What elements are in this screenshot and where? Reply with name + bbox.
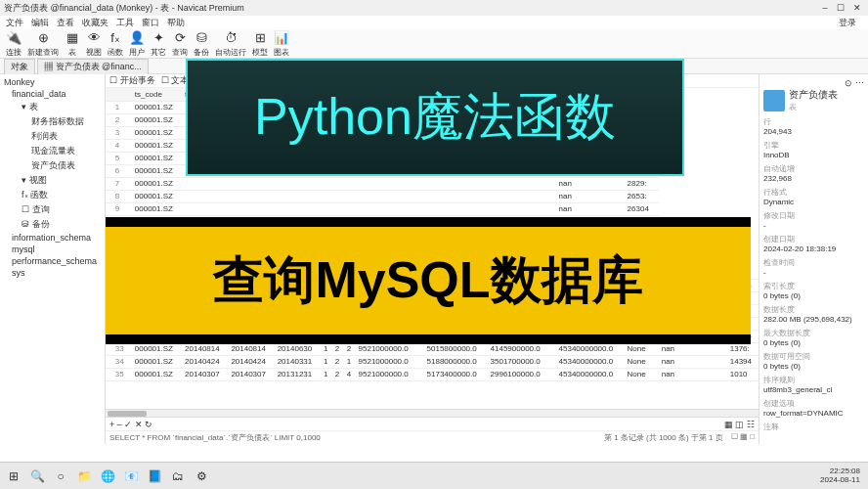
info-label: 最大数据长度 xyxy=(763,328,864,338)
table-row[interactable]: 35000001.SZ20140307201403072013123112495… xyxy=(106,368,759,380)
col-header[interactable] xyxy=(106,88,112,101)
taskbar-app[interactable]: 🌐 xyxy=(98,467,117,486)
min-button[interactable]: – xyxy=(818,3,832,13)
tool-视图[interactable]: 👁视图 xyxy=(86,30,102,58)
info-title: 资产负债表 xyxy=(789,88,838,102)
info-value: row_format=DYNAMIC xyxy=(763,409,864,418)
info-value: utf8mb3_general_ci xyxy=(763,385,864,394)
info-value: 204,943 xyxy=(763,127,864,136)
col-header[interactable]: ts_code xyxy=(132,88,182,101)
info-value: 232,968 xyxy=(763,174,864,183)
tree-item[interactable]: ▾ 表 xyxy=(2,100,103,114)
taskbar-app[interactable]: ⊞ xyxy=(4,467,23,486)
grid-icons[interactable]: ☐ ▦ □ xyxy=(731,432,755,443)
clock-date: 2024-08-11 xyxy=(820,476,860,485)
menu-查看[interactable]: 查看 xyxy=(57,17,74,29)
tool-其它[interactable]: ✦其它 xyxy=(151,30,166,58)
tree-item[interactable]: Monkey xyxy=(2,76,103,88)
info-value: Dynamic xyxy=(763,198,864,206)
tree-item[interactable]: performance_schema xyxy=(2,255,103,267)
overlay-mysql: 查询MySQL数据库 xyxy=(106,217,751,344)
info-value: 0 bytes (0) xyxy=(763,362,864,371)
info-label: 排序规则 xyxy=(763,375,864,385)
taskbar-app[interactable]: ○ xyxy=(51,467,70,486)
info-label: 修改日期 xyxy=(763,210,864,221)
tool-函数[interactable]: fₓ函数 xyxy=(108,30,123,58)
sql-text: SELECT * FROM `financial_data`.`资产负债表` L… xyxy=(109,432,321,443)
tree-item[interactable]: 资产负债表 xyxy=(2,158,103,173)
taskbar-app[interactable]: 🗂 xyxy=(168,467,188,486)
taskbar-app[interactable]: 📘 xyxy=(145,467,164,486)
info-panel: ⊙ ⋯ 资产负债表 表 行204,943引擎InnoDB自动递增232,968行… xyxy=(759,74,868,444)
tab[interactable]: ▦ 资产负债表 @financ... xyxy=(37,59,149,74)
tool-模型[interactable]: ⊞模型 xyxy=(252,30,268,58)
menu-收藏夹[interactable]: 收藏夹 xyxy=(82,17,108,29)
tree-item[interactable]: ▾ 视图 xyxy=(2,173,103,188)
tab[interactable]: 对象 xyxy=(4,59,35,74)
menu-帮助[interactable]: 帮助 xyxy=(167,17,185,29)
menu-工具[interactable]: 工具 xyxy=(116,17,134,29)
info-value: 0 bytes (0) xyxy=(763,338,864,347)
tool-查询[interactable]: ⟳查询 xyxy=(172,30,188,58)
tree-item[interactable]: 现金流量表 xyxy=(2,144,103,158)
info-label: 创建日期 xyxy=(763,234,864,244)
taskbar-app[interactable]: 🔍 xyxy=(27,467,47,486)
tree-item[interactable]: financial_data xyxy=(2,88,103,100)
tree-item[interactable]: fₓ 函数 xyxy=(2,188,103,202)
info-label: 行格式 xyxy=(763,187,864,198)
grid-view-toggle[interactable]: ▦ ◫ ☷ xyxy=(724,420,755,429)
taskbar-app[interactable]: 📧 xyxy=(121,467,141,486)
info-label: 引擎 xyxy=(763,140,864,151)
info-label: 注释 xyxy=(763,422,864,432)
tree-item[interactable]: 利润表 xyxy=(2,129,103,144)
table-icon xyxy=(763,90,785,111)
info-value: InnoDB xyxy=(763,151,864,159)
info-label: 创建选项 xyxy=(763,398,864,409)
tree-item[interactable]: ☐ 查询 xyxy=(2,202,103,217)
windows-taskbar[interactable]: ⊞🔍○📁🌐📧📘🗂⚙ 22:25:08 2024-08-11 xyxy=(0,462,868,489)
info-value: - xyxy=(763,221,864,230)
info-label: 行 xyxy=(763,116,864,127)
tool-自动运行[interactable]: ⏱自动运行 xyxy=(215,30,246,58)
info-label: 自动递增 xyxy=(763,163,864,174)
tool-图表[interactable]: 📊图表 xyxy=(274,30,289,58)
info-value: 0 bytes (0) xyxy=(763,291,864,300)
taskbar-app[interactable]: ⚙ xyxy=(192,467,211,486)
menu-编辑[interactable]: 编辑 xyxy=(31,17,49,29)
table-row[interactable]: 9000001.SZnan26304 xyxy=(106,202,759,215)
menu-窗口[interactable]: 窗口 xyxy=(142,17,159,29)
login-link[interactable]: 登录 xyxy=(839,17,856,29)
info-label: 索引长度 xyxy=(763,281,864,291)
tree-item[interactable]: 财务指标数据 xyxy=(2,114,103,129)
tree-item[interactable]: mysql xyxy=(2,244,103,255)
tree-item[interactable]: information_schema xyxy=(2,232,103,244)
subtool-item[interactable]: ☐ 开始事务 xyxy=(109,74,155,87)
info-value: 282.00 MB (295,698,432) xyxy=(763,315,864,324)
db-tree[interactable]: Monkeyfinancial_data▾ 表财务指标数据利润表现金流量表资产负… xyxy=(0,74,106,444)
info-label: 数据长度 xyxy=(763,304,864,315)
col-header[interactable] xyxy=(112,88,132,101)
table-row[interactable]: 8000001.SZnan2653: xyxy=(106,190,759,202)
menu-文件[interactable]: 文件 xyxy=(6,17,23,29)
table-row[interactable]: 7000001.SZnan2829: xyxy=(106,177,759,190)
info-label: 检查时间 xyxy=(763,257,864,268)
app-title: 资产负债表 @financial_data (Monkey) - 表 - Nav… xyxy=(4,2,244,15)
record-status: 第 1 条记录 (共 1000 条) 于第 1 页 xyxy=(604,432,723,443)
tool-表[interactable]: ▦表 xyxy=(65,30,80,58)
overlay-python: Python魔法函数 xyxy=(186,59,684,176)
tool-备份[interactable]: ⛁备份 xyxy=(194,30,209,58)
tool-连接[interactable]: 🔌连接 xyxy=(6,30,22,58)
tool-新建查询[interactable]: ⊕新建查询 xyxy=(27,30,59,58)
h-scrollbar[interactable] xyxy=(106,409,759,417)
info-label: 数据可用空间 xyxy=(763,351,864,362)
tree-item[interactable]: ⛁ 备份 xyxy=(2,217,103,232)
table-row[interactable]: 34000001.SZ20140424201404242014033112195… xyxy=(106,355,759,368)
taskbar-app[interactable]: 📁 xyxy=(74,467,94,486)
max-button[interactable]: ☐ xyxy=(834,3,847,13)
tree-item[interactable]: sys xyxy=(2,267,103,279)
tool-用户[interactable]: 👤用户 xyxy=(129,30,145,58)
close-button[interactable]: ✕ xyxy=(850,3,864,13)
grid-nav[interactable]: + – ✓ ✕ ↻ xyxy=(109,420,152,429)
info-value: - xyxy=(763,268,864,277)
info-sub: 表 xyxy=(789,102,838,112)
